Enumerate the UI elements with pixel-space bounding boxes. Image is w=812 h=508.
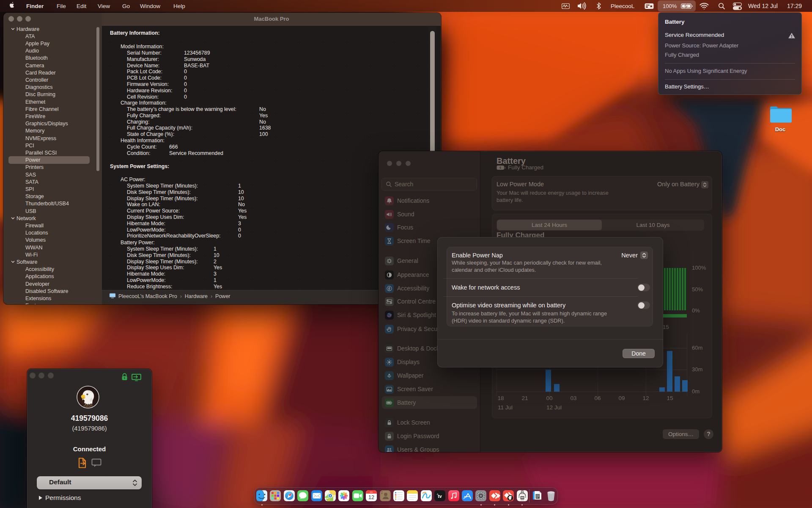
svg-text:JUL: JUL	[370, 491, 373, 493]
svg-text:tv: tv	[438, 494, 442, 499]
svg-text:12: 12	[368, 494, 374, 500]
